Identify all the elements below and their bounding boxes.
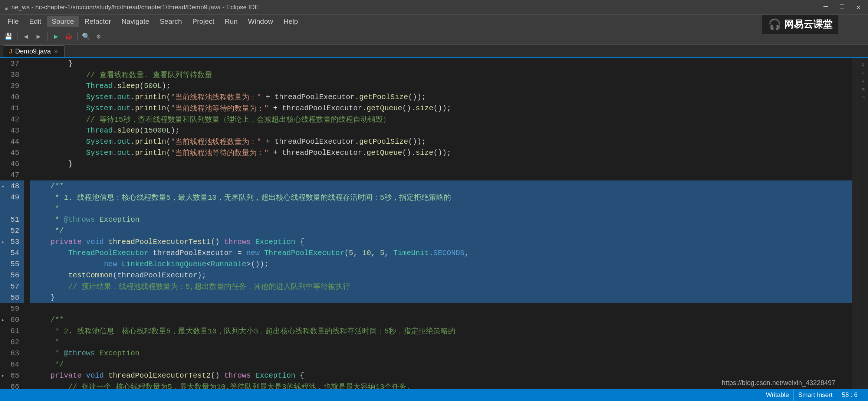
toolbar-forward[interactable]: ▶ [33, 31, 44, 42]
code-line-45: System.out.println("当前线程池等待的数量为：" + thre… [30, 147, 852, 158]
line-48: ▸48 [0, 180, 24, 192]
code-line-49: * 1. 线程池信息：核心线程数量5，最大数量10，无界队列，超出核心线程数量的… [30, 192, 852, 203]
code-area[interactable]: } // 查看线程数量. 查看队列等待数量 Thread.sleep(500L)… [30, 58, 852, 389]
tab-demo9[interactable]: J Demo9.java ✕ [3, 45, 65, 57]
code-line-59 [30, 303, 852, 314]
menu-search[interactable]: Search [155, 16, 186, 27]
menu-project[interactable]: Project [188, 16, 219, 27]
code-line-57: // 预计结果，线程池线程数量为：5,超出数量的任务，其他的进入队列中等待被执行 [30, 281, 852, 292]
line-42: 42 [0, 114, 24, 125]
status-writable: Writable [762, 389, 794, 401]
code-line-39: Thread.sleep(500L); [30, 80, 852, 91]
minimize-button[interactable]: ─ [821, 3, 831, 12]
toolbar-search[interactable]: 🔍 [80, 31, 92, 42]
toolbar-sep-2 [47, 32, 47, 41]
code-line-55: new LinkedBlockingQueue<Runnable>()); [30, 258, 852, 270]
blog-url: https://blog.csdn.net/weixin_43228497 [719, 378, 838, 388]
gutter-btn-2[interactable]: ≡ [858, 69, 868, 77]
code-line-47 [30, 169, 852, 180]
code-line-46: } [30, 158, 852, 169]
fold-53-icon[interactable]: ▸ [1, 239, 4, 245]
menu-source[interactable]: Source [47, 16, 78, 27]
titlebar-controls[interactable]: ─ □ ✕ [821, 3, 864, 12]
tabbar: J Demo9.java ✕ [0, 45, 868, 58]
toolbar-back[interactable]: ◀ [20, 31, 32, 42]
line-49: 49 [0, 192, 24, 203]
status-position: 58 : 6 [837, 389, 862, 401]
menu-edit[interactable]: Edit [25, 16, 46, 27]
line-60: ▸60 [0, 314, 24, 325]
line-66: 66 [0, 381, 24, 389]
menu-file[interactable]: File [3, 16, 23, 27]
toolbar-run[interactable]: ▶ [50, 31, 62, 42]
toolbar-debug[interactable]: 🐞 [63, 31, 74, 42]
code-line-38: // 查看线程数量. 查看队列等待数量 [30, 69, 852, 80]
menubar: File Edit Source Refactor Navigate Searc… [0, 15, 868, 28]
right-panel: ≡ ≡ ⚡ ⊞ ⊟ [858, 58, 868, 389]
watermark-logo: 🎧 [768, 18, 781, 31]
line-54: 54 [0, 247, 24, 258]
line-55: 55 [0, 258, 24, 270]
line-53: ▸53 [0, 236, 24, 247]
code-line-41: System.out.println("当前线程池等待的数量为：" + thre… [30, 102, 852, 114]
line-45: 45 [0, 147, 24, 158]
gutter-btn-3[interactable]: ⚡ [858, 77, 868, 85]
line-numbers: 37 38 39 40 41 42 43 44 45 46 47 ▸48 49 … [0, 58, 30, 389]
code-line-42: // 等待15秒，查看线程数量和队列数量（理论上，会减超出核心线程数量的线程自动… [30, 114, 852, 125]
tab-close-button[interactable]: ✕ [54, 49, 58, 55]
line-41: 41 [0, 102, 24, 114]
status-smart-insert: Smart Insert [794, 389, 838, 401]
fold-60-icon[interactable]: ▸ [1, 317, 4, 323]
line-51: 51 [0, 214, 24, 225]
tab-label: Demo9.java [15, 48, 51, 55]
fold-65-icon[interactable]: ▸ [1, 372, 4, 379]
statusbar: Writable Smart Insert 58 : 6 [0, 389, 868, 401]
titlebar-left: ☕ ne_ws - hc-chapter-1/src/com/study/hc/… [4, 3, 259, 12]
line-56: 56 [0, 270, 24, 281]
code-line-56: testCommon(threadPoolExecutor); [30, 270, 852, 281]
line-57: 57 [0, 281, 24, 292]
line-47: 47 [0, 169, 24, 180]
code-line-63: * @throws Exception [30, 348, 852, 359]
line-62: 62 [0, 336, 24, 348]
line-58: 58 [0, 292, 24, 303]
gutter-btn-4[interactable]: ⊞ [858, 85, 868, 94]
line-39: 39 [0, 80, 24, 91]
line-64: 64 [0, 359, 24, 370]
close-button[interactable]: ✕ [853, 3, 864, 12]
menu-navigate[interactable]: Navigate [117, 16, 154, 27]
line-63: 63 [0, 348, 24, 359]
code-line-54: ThreadPoolExecutor threadPoolExecutor = … [30, 247, 852, 258]
toolbar-settings[interactable]: ⚙ [93, 31, 104, 42]
toolbar: 💾 ◀ ▶ ▶ 🐞 🔍 ⚙ [0, 28, 868, 45]
code-line-52: */ [30, 225, 852, 236]
maximize-button[interactable]: □ [837, 3, 847, 12]
code-line-43: Thread.sleep(15000L); [30, 125, 852, 136]
line-65: ▸65 [0, 370, 24, 381]
code-line-61: * 2. 线程池信息：核心线程数量5，最大数量10，队列大小3，超出核心线程数量… [30, 325, 852, 336]
menu-refactor[interactable]: Refactor [80, 16, 116, 27]
menu-window[interactable]: Window [244, 16, 278, 27]
line-37: 37 [0, 58, 24, 69]
line-38: 38 [0, 69, 24, 80]
scrollbar[interactable] [852, 58, 858, 389]
toolbar-sep-1 [17, 32, 17, 41]
menu-run[interactable]: Run [220, 16, 242, 27]
line-40: 40 [0, 91, 24, 102]
gutter-btn-5[interactable]: ⊟ [858, 94, 868, 102]
window-title: ne_ws - hc-chapter-1/src/com/study/hc/th… [11, 4, 259, 11]
fold-48-icon[interactable]: ▸ [1, 183, 4, 189]
code-line-62: * [30, 336, 852, 348]
code-line-50: * [30, 203, 852, 214]
toolbar-save[interactable]: 💾 [3, 31, 14, 42]
menu-help[interactable]: Help [279, 16, 302, 27]
gutter-btn-1[interactable]: ≡ [858, 61, 868, 69]
toolbar-sep-3 [77, 32, 78, 41]
code-line-37: } [30, 58, 852, 69]
line-50 [0, 203, 24, 214]
code-line-48: /** [30, 180, 852, 192]
titlebar: ☕ ne_ws - hc-chapter-1/src/com/study/hc/… [0, 0, 868, 15]
line-43: 43 [0, 125, 24, 136]
line-46: 46 [0, 158, 24, 169]
editor: 37 38 39 40 41 42 43 44 45 46 47 ▸48 49 … [0, 58, 868, 389]
